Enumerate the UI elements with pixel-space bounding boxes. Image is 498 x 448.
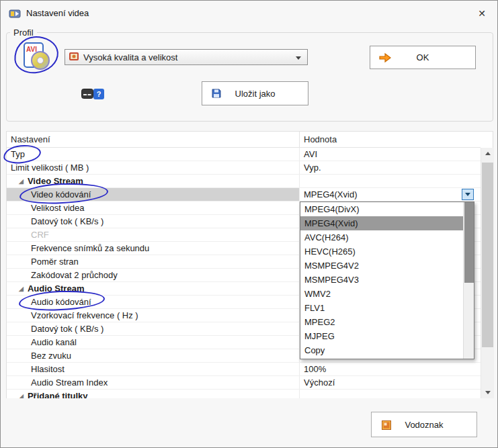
setting-value: MPEG4(Xvid) <box>304 189 357 199</box>
ok-button[interactable]: OK <box>370 46 476 69</box>
setting-label: CRF <box>31 230 49 240</box>
setting-value: 100% <box>304 364 326 374</box>
settings-group-row[interactable]: ◢Přidané titulky <box>7 390 481 398</box>
watermark-button-label: Vodoznak <box>372 420 476 430</box>
dropdown-item[interactable]: HEVC(H265) <box>300 244 463 259</box>
setting-label: Poměr stran <box>31 257 79 267</box>
setting-label: Přidané titulky <box>28 391 88 398</box>
avi-format-icon: AVI <box>22 42 50 71</box>
table-header: Nastavení Hodnota <box>7 132 481 148</box>
dropdown-item[interactable]: MPEG2 <box>300 315 463 329</box>
table-scrollbar[interactable] <box>481 148 494 398</box>
dropdown-item[interactable]: MPEG4(Xvid) <box>300 216 463 230</box>
column-header-setting: Nastavení <box>7 132 299 147</box>
setting-value: Vyp. <box>304 163 321 173</box>
watermark-button[interactable]: Vodoznak <box>371 412 477 437</box>
setting-label: Bez zvuku <box>31 351 71 361</box>
dropdown-scrollbar-thumb[interactable] <box>464 202 474 283</box>
dropdown-item[interactable]: MSMPEG4V3 <box>300 273 463 287</box>
video-settings-dialog: Nastavení videa ✕ Profil AVI Vysoká kval… <box>0 0 498 448</box>
setting-label: Audio kanál <box>31 337 77 347</box>
scroll-up-icon[interactable] <box>481 148 494 159</box>
ok-button-label: OK <box>370 52 475 62</box>
setting-label: Frekvence snímků za sekundu <box>31 243 149 253</box>
profile-group-label: Profil <box>10 28 37 38</box>
dropdown-item[interactable]: AVC(H264) <box>300 230 463 244</box>
setting-label: Velikost videa <box>31 203 85 213</box>
setting-label: Zakódovat 2 průchody <box>31 270 118 280</box>
setting-value: AVI <box>304 149 317 159</box>
chevron-down-icon <box>296 56 301 60</box>
subtitles-icon[interactable] <box>81 89 93 99</box>
app-icon <box>9 7 21 19</box>
setting-label: Audio Stream Index <box>31 377 108 388</box>
scrollbar-thumb[interactable] <box>482 163 493 347</box>
dropdown-scrollbar[interactable] <box>463 202 474 359</box>
save-as-button[interactable]: Uložit jako <box>202 81 308 105</box>
help-icon[interactable]: ? <box>93 89 104 99</box>
settings-row[interactable]: Audio Stream IndexVýchozí <box>7 376 481 390</box>
codec-dropdown-list: MPEG4(DivX)MPEG4(Xvid)AVC(H264)HEVC(H265… <box>300 202 463 359</box>
setting-label: Hlasitost <box>31 364 65 374</box>
expander-icon[interactable]: ◢ <box>19 178 24 185</box>
settings-row[interactable]: Limit velikosti ( MB )Vyp. <box>7 161 481 175</box>
dropdown-item[interactable]: FLV1 <box>300 301 463 315</box>
expander-icon[interactable]: ◢ <box>19 285 24 292</box>
setting-value: Výchozí <box>304 377 335 388</box>
setting-label: Typ <box>11 149 25 159</box>
svg-text:AVI: AVI <box>26 46 37 53</box>
dropdown-item[interactable]: Copy <box>300 343 463 357</box>
save-as-button-label: Uložit jako <box>202 89 308 99</box>
settings-row[interactable]: Video kódováníMPEG4(Xvid) <box>7 188 481 201</box>
setting-label: Vzorkovací frekvence ( Hz ) <box>31 310 138 320</box>
settings-row[interactable]: Hlasitost100% <box>7 363 481 376</box>
value-combo-arrow[interactable] <box>462 189 474 200</box>
dropdown-item[interactable]: MPEG4(DivX) <box>300 202 463 216</box>
expander-icon[interactable]: ◢ <box>19 393 24 399</box>
profile-item-icon <box>69 51 79 64</box>
profile-selected-value: Vysoká kvalita a velikost <box>83 52 177 62</box>
setting-label: Datový tok ( KB/s ) <box>31 216 103 226</box>
setting-label: Audio Stream <box>28 283 85 294</box>
dropdown-item[interactable]: WMV2 <box>300 287 463 301</box>
setting-label: Limit velikosti ( MB ) <box>11 163 89 173</box>
scroll-down-icon[interactable] <box>481 387 494 398</box>
setting-label: Video kódování <box>31 189 91 199</box>
profile-select[interactable]: Vysoká kvalita a velikost <box>65 49 308 65</box>
settings-row[interactable]: TypAVI <box>7 148 481 161</box>
settings-group-row[interactable]: ◢Video Stream <box>7 175 481 188</box>
column-header-value: Hodnota <box>299 132 481 147</box>
codec-dropdown: MPEG4(DivX)MPEG4(Xvid)AVC(H264)HEVC(H265… <box>300 201 474 359</box>
setting-label: Datový tok ( KB/s ) <box>31 324 103 334</box>
dropdown-item[interactable]: MJPEG <box>300 329 463 343</box>
dropdown-item[interactable]: MSMPEG4V2 <box>300 259 463 273</box>
setting-label: Audio kódování <box>31 297 91 307</box>
window-title: Nastavení videa <box>26 8 89 18</box>
setting-label: Video Stream <box>28 176 83 186</box>
close-icon[interactable]: ✕ <box>474 6 489 21</box>
title-bar: Nastavení videa ✕ <box>1 1 497 26</box>
